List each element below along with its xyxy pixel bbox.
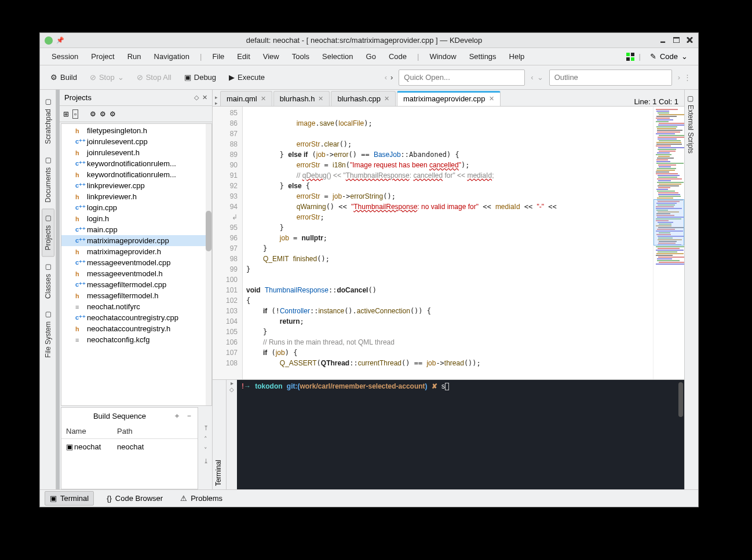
- scrollbar[interactable]: [678, 382, 683, 417]
- outline-back-icon[interactable]: ‹: [531, 73, 533, 82]
- file-row[interactable]: c⁺⁺messagefiltermodel.cpp: [61, 279, 211, 290]
- file-row[interactable]: hmatriximageprovider.h: [61, 246, 211, 257]
- file-row[interactable]: hlinkpreviewer.h: [61, 191, 211, 202]
- fold-toggles[interactable]: ▸▸: [213, 94, 220, 106]
- menu-window[interactable]: Window: [424, 52, 462, 61]
- minimize-button[interactable]: 🗕: [659, 36, 667, 45]
- terminal-tab[interactable]: Terminal: [213, 456, 224, 489]
- quick-open-input[interactable]: [399, 69, 525, 86]
- menu-selection[interactable]: Selection: [316, 52, 359, 61]
- menu-file[interactable]: File: [206, 52, 230, 61]
- code-editor[interactable]: 85868788899091929394↲9596979899100101102…: [213, 106, 684, 379]
- bottom-tab-terminal[interactable]: ▣Terminal: [45, 491, 94, 506]
- terminal-body[interactable]: !→ tokodon git:(work/carl/remember-selec…: [237, 380, 684, 489]
- editor-tab[interactable]: main.qml✕: [220, 91, 272, 106]
- editor-tab[interactable]: blurhash.cpp✕: [331, 91, 395, 106]
- minimap[interactable]: [653, 107, 684, 379]
- rail-classes[interactable]: Classes ▢: [42, 257, 54, 305]
- file-name: neochat.notifyrc: [87, 302, 140, 311]
- code-content[interactable]: image.save(localFile); errorStr.clear();…: [243, 107, 653, 379]
- editor-tab[interactable]: blurhash.h✕: [273, 91, 330, 106]
- menu-separator: |: [636, 52, 644, 61]
- outline-input[interactable]: [549, 69, 672, 86]
- menu-navigation[interactable]: Navigation: [148, 52, 195, 61]
- rail-external-scripts[interactable]: ▢ External Scripts: [685, 90, 696, 158]
- build-table-row[interactable]: ▣ neochat neochat: [61, 439, 198, 454]
- file-row[interactable]: c⁺⁺neochataccountregistry.cpp: [61, 312, 211, 323]
- outline-menu-icon[interactable]: ⋮: [684, 73, 691, 82]
- nav-fwd-icon[interactable]: ›: [390, 73, 393, 82]
- rail-scratchpad[interactable]: Scratchpad ▢: [42, 92, 54, 151]
- close-icon[interactable]: ✕: [384, 95, 389, 103]
- file-row[interactable]: hneochataccountregistry.h: [61, 323, 211, 334]
- file-name: messagefiltermodel.h: [87, 291, 159, 300]
- apps-icon[interactable]: [626, 53, 634, 61]
- stop-button[interactable]: ⊘Stop⌄: [86, 73, 127, 82]
- code-mode-chip[interactable]: ✎ Code ⌄: [645, 52, 692, 61]
- remove-icon[interactable]: －: [185, 411, 193, 421]
- file-row[interactable]: c⁺⁺messageeventmodel.cpp: [61, 257, 211, 268]
- file-tree[interactable]: hfiletypesingleton.hc⁺⁺joinrulesevent.cp…: [61, 123, 212, 406]
- terminal-rail: Terminal: [213, 380, 227, 489]
- editor-tab[interactable]: matriximageprovider.cpp✕: [397, 91, 501, 106]
- stop-all-button[interactable]: ⊘Stop All: [133, 73, 175, 82]
- file-name: keywordnotificationrulem...: [87, 159, 176, 168]
- file-row[interactable]: hlogin.h: [61, 213, 211, 224]
- menu-project[interactable]: Project: [85, 52, 120, 61]
- move-top-icon[interactable]: ⤒: [203, 424, 209, 432]
- menu-edit[interactable]: Edit: [231, 52, 255, 61]
- outline-fwd-icon[interactable]: ⌄: [537, 73, 543, 82]
- file-row[interactable]: ≡neochatconfig.kcfg: [61, 334, 211, 345]
- add-icon[interactable]: ＋: [173, 411, 181, 421]
- diamond-icon[interactable]: ◇: [194, 94, 199, 101]
- main-area: Scratchpad ▢ Documents ▢ Projects ▢ Clas…: [40, 90, 698, 489]
- tree-icon[interactable]: ⊞: [63, 110, 69, 118]
- menu-settings[interactable]: Settings: [463, 52, 502, 61]
- close-button[interactable]: 🗙: [686, 36, 693, 45]
- file-row[interactable]: hfiletypesingleton.h: [61, 125, 211, 136]
- bottom-tab-code-browser[interactable]: {}Code Browser: [102, 492, 167, 505]
- file-row[interactable]: hmessagefiltermodel.h: [61, 290, 211, 301]
- file-row[interactable]: c⁺⁺main.cpp: [61, 224, 211, 235]
- box-icon[interactable]: ▫: [72, 109, 78, 119]
- editor-area: ▸▸ main.qml✕blurhash.h✕blurhash.cpp✕matr…: [213, 90, 684, 489]
- move-bottom-icon[interactable]: ⤓: [203, 457, 209, 465]
- file-row[interactable]: c⁺⁺linkpreviewer.cpp: [61, 180, 211, 191]
- build-button[interactable]: ⚙Build: [47, 73, 81, 82]
- menu-go[interactable]: Go: [360, 52, 382, 61]
- move-down-icon[interactable]: ˅: [204, 446, 207, 454]
- close-icon[interactable]: ✕: [489, 95, 494, 103]
- file-row[interactable]: ≡neochat.notifyrc: [61, 301, 211, 312]
- close-icon[interactable]: ✕: [202, 94, 207, 101]
- file-row[interactable]: c⁺⁺login.cpp: [61, 202, 211, 213]
- menu-code[interactable]: Code: [383, 52, 412, 61]
- menu-help[interactable]: Help: [503, 52, 531, 61]
- file-row[interactable]: c⁺⁺keywordnotificationrulem...: [61, 158, 211, 169]
- rail-documents[interactable]: Documents ▢: [42, 151, 54, 209]
- move-up-icon[interactable]: ˄: [204, 435, 207, 443]
- file-row[interactable]: hjoinrulesevent.h: [61, 147, 211, 158]
- maximize-button[interactable]: 🗖: [673, 36, 680, 45]
- gear-icon[interactable]: ⚙: [90, 110, 96, 118]
- menu-session[interactable]: Session: [46, 52, 84, 61]
- bottom-tab-problems[interactable]: ⚠Problems: [176, 492, 227, 505]
- close-icon[interactable]: ✕: [261, 95, 266, 103]
- gear-icon[interactable]: ⚙: [100, 110, 106, 118]
- menu-run[interactable]: Run: [122, 52, 147, 61]
- file-row[interactable]: hmessageeventmodel.h: [61, 268, 211, 279]
- menu-view[interactable]: View: [257, 52, 285, 61]
- nav-back-icon[interactable]: ‹: [385, 73, 387, 82]
- rail-projects[interactable]: Projects ▢: [42, 208, 54, 257]
- close-icon[interactable]: ✕: [318, 95, 323, 103]
- menu-tools[interactable]: Tools: [286, 52, 315, 61]
- scrollbar[interactable]: [206, 124, 211, 405]
- gear-icon[interactable]: ⚙: [109, 110, 116, 118]
- outline-next-icon[interactable]: ›: [678, 73, 680, 82]
- file-row[interactable]: c⁺⁺matriximageprovider.cpp: [61, 235, 211, 246]
- pin-icon[interactable]: 📌: [56, 36, 64, 44]
- rail-filesystem[interactable]: File System ▢: [42, 305, 54, 364]
- execute-button[interactable]: ▶Execute: [225, 73, 268, 82]
- file-row[interactable]: hkeywordnotificationrulem...: [61, 169, 211, 180]
- file-row[interactable]: c⁺⁺joinrulesevent.cpp: [61, 136, 211, 147]
- debug-button[interactable]: ▣Debug: [181, 73, 220, 82]
